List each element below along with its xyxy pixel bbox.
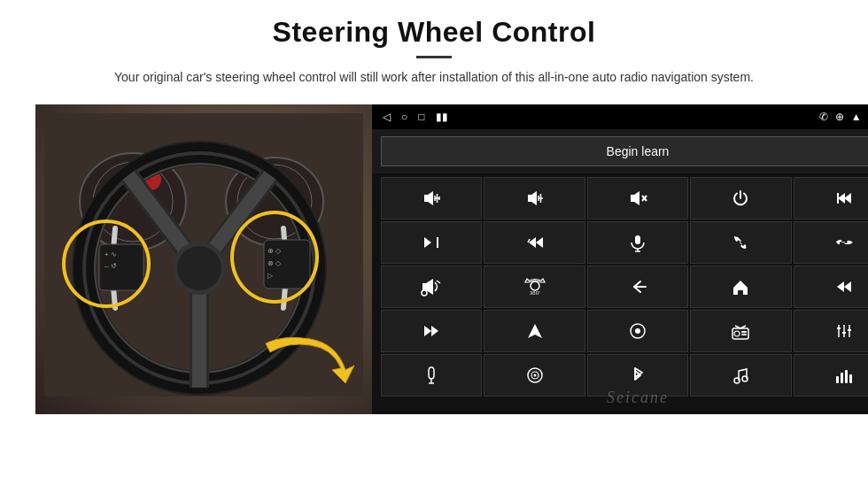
svg-marker-25 — [424, 191, 433, 205]
mute-icon — [628, 189, 647, 208]
mute-button[interactable] — [587, 177, 688, 219]
mic-button[interactable] — [587, 221, 688, 264]
status-bar-right: ✆ ⊕ ▲ 15:52 — [819, 111, 868, 124]
svg-point-73 — [533, 374, 536, 377]
svg-line-44 — [528, 239, 530, 242]
yellow-arrow — [257, 326, 363, 396]
back-nav-icon — [628, 277, 647, 296]
bluetooth-icon — [628, 366, 647, 385]
horn-button[interactable] — [381, 266, 482, 308]
phone-status-icon: ✆ — [819, 111, 828, 124]
source-button[interactable] — [587, 310, 688, 352]
fast-back-button[interactable] — [484, 221, 585, 264]
home-button[interactable] — [690, 266, 791, 308]
svg-point-51 — [531, 281, 539, 290]
home-icon — [731, 277, 750, 296]
android-screen: ◁ ○ □ ▮▮ ✆ ⊕ ▲ 15:52 Begin learn — [372, 104, 868, 414]
svg-point-61 — [734, 331, 740, 336]
svg-marker-43 — [536, 237, 543, 248]
title-divider — [416, 56, 452, 58]
fast-back-icon — [525, 233, 545, 252]
svg-rect-62 — [741, 331, 747, 333]
recents-nav-icon[interactable]: □ — [418, 111, 424, 124]
vol-up-icon — [422, 189, 441, 208]
home-nav-icon[interactable]: ○ — [401, 111, 407, 124]
mic-icon — [628, 233, 647, 252]
svg-rect-60 — [732, 328, 748, 339]
power-button[interactable] — [690, 177, 791, 219]
horn-icon — [421, 277, 442, 296]
seicane-watermark: Seicane — [607, 389, 669, 407]
radio-icon — [731, 321, 750, 341]
page-container: Steering Wheel Control Your original car… — [0, 0, 868, 485]
svg-rect-39 — [837, 193, 839, 204]
rewind-button[interactable] — [794, 266, 868, 308]
fast-fwd-icon — [422, 321, 441, 341]
fast-fwd-button[interactable] — [381, 310, 482, 352]
menu-icon — [525, 366, 545, 385]
next-track-button[interactable] — [381, 221, 482, 264]
call-button[interactable] — [690, 221, 791, 264]
svg-marker-34 — [631, 191, 639, 205]
svg-point-50 — [422, 290, 427, 296]
menu-button[interactable] — [484, 354, 585, 396]
svg-rect-41 — [437, 237, 438, 248]
wifi-status-icon: ▲ — [851, 111, 862, 124]
equalizer-icon — [834, 366, 854, 385]
svg-rect-78 — [841, 373, 843, 383]
svg-marker-38 — [844, 193, 851, 204]
svg-marker-42 — [529, 237, 536, 248]
mic2-icon — [422, 366, 441, 385]
svg-text:360°: 360° — [530, 290, 541, 296]
radio-button[interactable] — [690, 310, 791, 352]
svg-rect-80 — [849, 374, 852, 383]
begin-learn-row: Begin learn — [372, 129, 868, 173]
svg-marker-57 — [528, 324, 542, 338]
camera-360-button[interactable]: 360° — [484, 266, 585, 308]
navigate-button[interactable] — [484, 310, 585, 352]
source-icon — [628, 321, 647, 341]
mic2-button[interactable] — [381, 354, 482, 396]
vol-down-button[interactable] — [484, 177, 585, 219]
car-image-area: + ∿ – ↺ ⊕ ◇ ⊗ ◇ ▷ — [35, 104, 372, 414]
rewind-icon — [834, 277, 854, 296]
vol-up-button[interactable] — [381, 177, 482, 219]
next-track-icon — [422, 233, 441, 252]
svg-marker-40 — [424, 237, 431, 248]
svg-rect-79 — [845, 370, 848, 383]
page-title: Steering Wheel Control — [114, 16, 754, 49]
back-nav-button[interactable] — [587, 266, 688, 308]
svg-point-17 — [177, 246, 221, 290]
back-nav-icon[interactable]: ◁ — [383, 111, 391, 124]
status-bar-left: ◁ ○ □ ▮▮ — [383, 111, 448, 124]
eq-icon — [834, 321, 854, 341]
navigate-icon — [525, 321, 545, 341]
highlight-circle-right — [230, 211, 319, 304]
end-call-icon — [834, 233, 854, 252]
svg-line-49 — [437, 281, 440, 283]
svg-marker-48 — [422, 279, 433, 295]
controls-grid: 360° — [372, 173, 868, 400]
music-button[interactable] — [690, 354, 791, 396]
status-bar: ◁ ○ □ ▮▮ ✆ ⊕ ▲ 15:52 — [372, 104, 868, 129]
svg-rect-63 — [741, 334, 747, 335]
signal-icon: ▮▮ — [436, 111, 448, 124]
svg-rect-45 — [635, 235, 640, 244]
vol-down-icon — [525, 189, 545, 208]
svg-marker-55 — [424, 326, 431, 336]
end-call-button[interactable] — [794, 221, 868, 264]
subtitle-text: Your original car's steering wheel contr… — [114, 67, 754, 87]
eq-button[interactable] — [794, 310, 868, 352]
begin-learn-button[interactable]: Begin learn — [381, 136, 868, 166]
prev-track-button[interactable] — [794, 177, 868, 219]
power-icon — [731, 189, 750, 208]
music-icon — [731, 366, 750, 385]
highlight-circle-left — [62, 219, 151, 308]
car-background: + ∿ – ↺ ⊕ ◇ ⊗ ◇ ▷ — [35, 104, 372, 414]
call-icon — [731, 233, 750, 252]
prev-track-icon — [834, 189, 854, 208]
equalizer-button[interactable] — [794, 354, 868, 396]
svg-marker-30 — [528, 191, 537, 205]
location-status-icon: ⊕ — [835, 111, 844, 124]
svg-marker-56 — [431, 326, 438, 336]
